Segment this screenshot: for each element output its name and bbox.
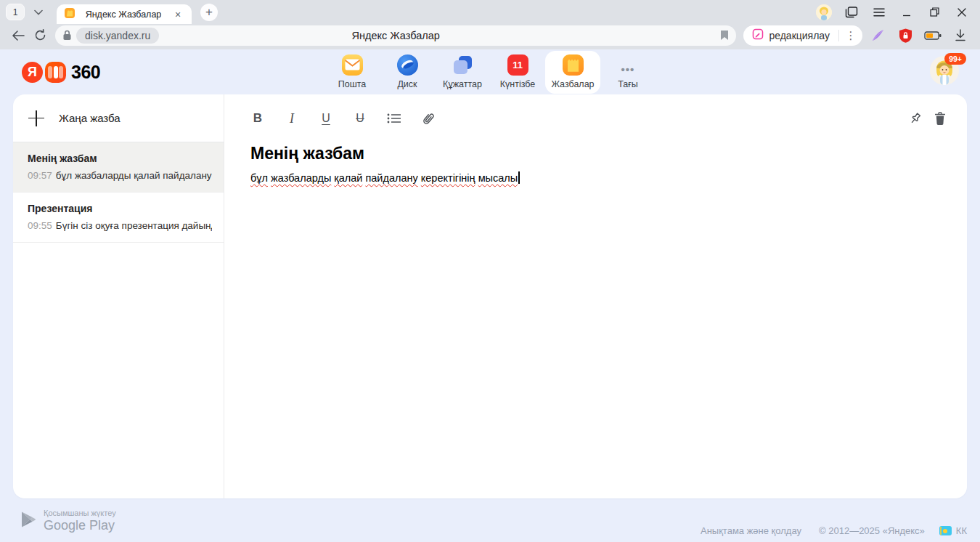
- protect-shield-icon[interactable]: [893, 25, 918, 46]
- address-bar[interactable]: disk.yandex.ru Яндекс Жазбалар: [55, 25, 736, 46]
- yandex-ya-icon: Я: [22, 62, 43, 83]
- reload-icon[interactable]: [29, 25, 51, 46]
- app-notes-label: Жазбалар: [551, 79, 594, 89]
- italic-button[interactable]: I: [285, 111, 299, 126]
- app-notes[interactable]: Жазбалар: [545, 51, 600, 94]
- app-docs-label: Құжаттар: [443, 79, 482, 89]
- underline-button[interactable]: U: [319, 112, 333, 125]
- app-calendar-label: Күнтізбе: [500, 79, 536, 89]
- footer-links: Анықтама және қолдау © 2012—2025 «Яндекс…: [701, 525, 967, 536]
- note-title-field[interactable]: Менің жазбам: [250, 144, 948, 163]
- mail-icon: [342, 54, 363, 76]
- tab-title: Яндекс Жазбалар: [75, 9, 171, 20]
- edit-chip-divider: [838, 30, 839, 41]
- edit-chip-kebab-icon[interactable]: ⋮: [842, 27, 859, 44]
- new-note-label: Жаңа жазба: [59, 112, 121, 124]
- more-apps-icon: •••: [618, 54, 639, 76]
- back-icon[interactable]: [7, 25, 29, 46]
- edit-pencil-icon: [752, 28, 764, 43]
- tab-close-icon[interactable]: ×: [171, 8, 184, 21]
- tab-favicon-notes-icon: [64, 7, 75, 22]
- note-editor: B I U U Менің жазбам бұл жазбаларды қала…: [224, 94, 967, 498]
- notifications-badge: 99+: [944, 53, 966, 65]
- downloads-icon[interactable]: [948, 25, 973, 46]
- app-mail-label: Пошта: [338, 79, 367, 89]
- download-app-hint: Қосымшаны жүктеу: [44, 509, 116, 517]
- page-footer: Қосымшаны жүктеу Google Play Анықтама жә…: [0, 498, 980, 542]
- kazakhstan-flag-icon: [939, 526, 952, 535]
- translate-edit-chip[interactable]: редакциялау ⋮: [743, 25, 862, 46]
- app-disk-label: Диск: [397, 79, 417, 89]
- calendar-icon: 11: [507, 54, 528, 76]
- tab-counter-button[interactable]: 1: [6, 4, 25, 20]
- google-play-icon: [20, 511, 36, 531]
- apps-row: Пошта Диск Құжаттар 11 Күнтізбе Жазбалар…: [324, 51, 656, 94]
- browser-menu-icon[interactable]: [865, 2, 893, 23]
- note-item-time: 09:57: [28, 170, 52, 181]
- side-panels-icon[interactable]: [838, 2, 865, 23]
- note-body-field[interactable]: бұл жазбаларды қалай пайдалану керектігі…: [250, 171, 948, 184]
- notes-sidebar: Жаңа жазба Менің жазбам 09:57бұл жазбала…: [13, 94, 224, 498]
- app-more[interactable]: ••• Тағы: [600, 51, 656, 94]
- bullet-list-button[interactable]: [387, 113, 401, 124]
- yandex360-mark-icon: [45, 62, 66, 83]
- app-mail[interactable]: Пошта: [324, 51, 380, 94]
- yandex360-header: Я 360 Пошта Диск Құжаттар 11 Күнтізбе: [0, 49, 980, 94]
- note-list-item-1[interactable]: Менің жазбам 09:57бұл жазбаларды қалай п…: [13, 142, 224, 193]
- note-list-item-2[interactable]: Презентация 09:55Бүгін сіз оқуға презент…: [13, 193, 224, 243]
- format-toolbar: B I U U: [250, 108, 948, 129]
- language-selector[interactable]: КК: [939, 525, 967, 536]
- strikethrough-button[interactable]: U: [353, 112, 367, 125]
- documents-icon: [452, 54, 473, 76]
- window-minimize-button[interactable]: [893, 2, 920, 23]
- note-item-preview: бұл жазбаларды қалай пайдалану ке...: [56, 170, 212, 181]
- app-docs[interactable]: Құжаттар: [435, 51, 490, 94]
- app-disk[interactable]: Диск: [380, 51, 435, 94]
- help-support-link[interactable]: Анықтама және қолдау: [701, 525, 801, 536]
- battery-icon[interactable]: [920, 25, 945, 46]
- pen-mode-icon[interactable]: [865, 25, 890, 46]
- tab-list-chevron-icon[interactable]: [29, 4, 48, 20]
- browser-profile-avatar[interactable]: [810, 2, 838, 23]
- yandex360-logo[interactable]: Я 360: [22, 62, 100, 83]
- app-more-label: Тағы: [618, 79, 638, 89]
- delete-note-button[interactable]: [932, 110, 948, 126]
- window-close-button[interactable]: [948, 2, 976, 23]
- text-caret: [518, 171, 520, 184]
- new-tab-button[interactable]: +: [200, 4, 218, 21]
- browser-toolbar: disk.yandex.ru Яндекс Жазбалар редакциял…: [0, 24, 980, 49]
- new-note-button[interactable]: Жаңа жазба: [13, 94, 224, 142]
- note-item-time: 09:55: [28, 220, 52, 231]
- active-tab[interactable]: Яндекс Жазбалар ×: [57, 4, 192, 24]
- logo-360-text: 360: [71, 62, 100, 83]
- profile-avatar-icon: [816, 4, 832, 20]
- notes-app-panel: Жаңа жазба Менің жазбам 09:57бұл жазбала…: [13, 94, 967, 498]
- notes-icon: [563, 54, 584, 76]
- attach-file-button[interactable]: [421, 111, 436, 126]
- bookmark-flag-icon[interactable]: [720, 30, 729, 41]
- disk-icon: [397, 54, 418, 76]
- pin-note-button[interactable]: [907, 110, 923, 126]
- plus-icon: [28, 110, 45, 127]
- note-item-title: Менің жазбам: [28, 153, 212, 164]
- note-item-preview: Бүгін сіз оқуға презентация дайында...: [56, 220, 212, 231]
- browser-tab-bar: 1 Яндекс Жазбалар × +: [0, 0, 980, 24]
- window-restore-button[interactable]: [920, 2, 948, 23]
- user-avatar[interactable]: 99+: [930, 56, 960, 86]
- copyright-text: © 2012—2025 «Яндекс»: [819, 525, 925, 536]
- note-item-title: Презентация: [28, 203, 212, 214]
- ssl-lock-icon[interactable]: [62, 30, 72, 41]
- google-play-link[interactable]: Қосымшаны жүктеу Google Play: [20, 509, 116, 533]
- google-play-label: Google Play: [44, 518, 116, 533]
- edit-chip-label: редакциялау: [769, 30, 830, 41]
- domain-chip[interactable]: disk.yandex.ru: [76, 28, 159, 44]
- language-code: КК: [956, 525, 967, 536]
- note-body-text: бұл жазбаларды қалай пайдалану керектігі…: [250, 172, 518, 184]
- bold-button[interactable]: B: [250, 111, 265, 126]
- app-calendar[interactable]: 11 Күнтізбе: [490, 51, 545, 94]
